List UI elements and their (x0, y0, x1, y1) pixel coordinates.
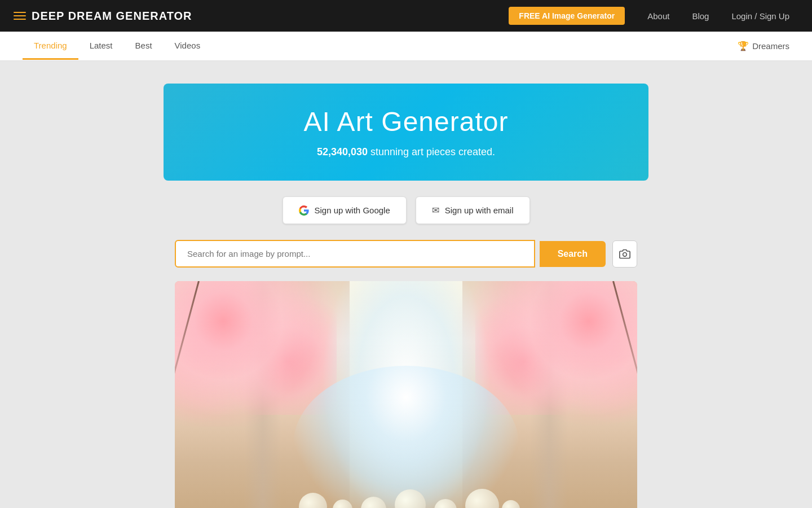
hero-image-container (175, 281, 637, 508)
hamburger-menu-icon[interactable] (14, 12, 26, 20)
signup-email-label: Sign up with email (445, 205, 514, 215)
about-nav-link[interactable]: About (638, 7, 678, 25)
signup-buttons-area: Sign up with Google ✉ Sign up with email (175, 196, 637, 224)
hero-subtitle: 52,340,030 stunning art pieces created. (175, 146, 637, 158)
search-bar-container: Search (175, 240, 637, 268)
hero-title: AI Art Generator (175, 106, 637, 137)
main-content: Sign up with Google ✉ Sign up with email… (164, 196, 648, 508)
site-logo[interactable]: DEEP DREAM GENERATOR (32, 10, 192, 23)
search-input[interactable] (175, 240, 535, 268)
camera-search-button[interactable] (612, 240, 637, 268)
google-icon (299, 205, 309, 216)
tab-best[interactable]: Best (124, 33, 164, 60)
hero-banner: AI Art Generator 52,340,030 stunning art… (164, 84, 648, 181)
hero-count: 52,340,030 (317, 146, 368, 157)
signup-google-button[interactable]: Sign up with Google (283, 196, 407, 224)
blog-nav-link[interactable]: Blog (683, 7, 718, 25)
dreamers-label: Dreamers (752, 41, 789, 51)
camera-icon (619, 248, 630, 260)
hero-artwork-image (175, 281, 637, 508)
login-nav-link[interactable]: Login / Sign Up (722, 7, 798, 25)
logo-area: DEEP DREAM GENERATOR (14, 10, 509, 23)
sub-navigation: Trending Latest Best Videos 🏆 Dreamers (0, 32, 812, 61)
tab-latest[interactable]: Latest (78, 33, 124, 60)
trophy-icon: 🏆 (738, 41, 749, 51)
tab-videos[interactable]: Videos (164, 33, 212, 60)
dreamers-link[interactable]: 🏆 Dreamers (738, 41, 789, 51)
email-icon: ✉ (432, 205, 439, 216)
free-ai-button[interactable]: FREE AI Image Generator (509, 7, 625, 25)
signup-email-button[interactable]: ✉ Sign up with email (416, 196, 530, 224)
signup-google-label: Sign up with Google (315, 205, 390, 215)
tab-trending[interactable]: Trending (23, 33, 78, 60)
top-navigation: DEEP DREAM GENERATOR FREE AI Image Gener… (0, 0, 812, 32)
nav-right-area: FREE AI Image Generator About Blog Login… (509, 7, 798, 25)
hero-subtitle-text: stunning art pieces created. (368, 146, 495, 157)
svg-point-0 (623, 252, 627, 256)
search-button[interactable]: Search (540, 241, 606, 267)
sub-nav-tabs: Trending Latest Best Videos (23, 33, 738, 59)
